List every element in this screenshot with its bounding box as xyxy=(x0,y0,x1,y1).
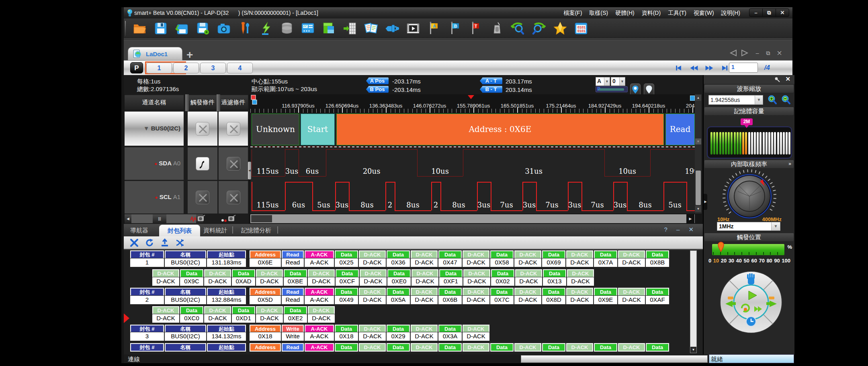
packet-header-row[interactable]: D-ACKDataD-ACKDataD-ACKDataD-ACK xyxy=(152,306,336,315)
packet-cell[interactable]: A-ACK xyxy=(305,343,334,352)
packet-cell[interactable]: Data xyxy=(438,343,462,352)
tools-icon[interactable] xyxy=(129,238,139,248)
packet-cell[interactable]: BUS0(I2C) xyxy=(165,332,206,341)
packet-cell[interactable]: 0X5D xyxy=(250,296,281,304)
packet-cell[interactable]: Data xyxy=(490,250,514,259)
packet-cell[interactable]: 名稱 xyxy=(165,343,206,352)
packet-cell[interactable]: 0X69 xyxy=(542,258,565,267)
packet-cell[interactable]: 封包 # xyxy=(130,288,164,296)
sample-rate-select[interactable]: 1MHz▼ xyxy=(717,222,780,231)
packet-cell[interactable]: D-ACK xyxy=(204,269,231,278)
packet-cell[interactable]: 0X13 xyxy=(543,277,566,286)
packet-header-row[interactable]: 封包 #名稱起始點AddressWriteA-ACKDataD-ACKDataD… xyxy=(130,325,490,333)
packet-cell[interactable]: D-ACK xyxy=(204,314,231,323)
packet-cell[interactable]: 起始點 xyxy=(207,288,246,296)
packet-cell[interactable]: D-ACK xyxy=(359,343,386,352)
channel-col-0[interactable]: 通道名稱 xyxy=(125,95,184,110)
packet-table[interactable]: ▼ 封包 #名稱起始點AddressReadA-ACKDataD-ACKData… xyxy=(124,250,703,354)
packet-cell[interactable]: Data xyxy=(387,288,410,296)
trigger-pin-icon[interactable] xyxy=(717,242,725,252)
packet-cell[interactable]: 封包 # xyxy=(130,325,164,333)
packet-cell[interactable]: D-ACK xyxy=(463,288,489,296)
packet-cell[interactable]: Data xyxy=(438,325,462,333)
packet-cell[interactable]: D-ACK xyxy=(308,269,335,278)
zoom-in-icon[interactable] xyxy=(767,95,778,105)
export-icon[interactable] xyxy=(160,238,170,248)
camera-icon[interactable] xyxy=(217,21,231,36)
menu-item-0[interactable]: 檔案(F) xyxy=(564,10,582,17)
packet-cell[interactable]: A-ACK xyxy=(305,250,334,259)
packet-cell[interactable]: D-ACK xyxy=(411,269,438,278)
packet-cell[interactable]: D-ACK xyxy=(566,258,593,267)
doc-window-controls[interactable]: – ⧉ ✕ xyxy=(756,50,784,57)
packet-cell[interactable]: D-ACK xyxy=(618,258,645,267)
packet-cell[interactable]: D-ACK xyxy=(308,306,335,315)
packet-cell[interactable]: D-ACK xyxy=(618,296,645,304)
packet-cell[interactable]: D-ACK xyxy=(566,296,593,304)
packet-cell[interactable]: D-ACK xyxy=(567,269,594,278)
packet-cell[interactable]: D-ACK xyxy=(463,296,489,304)
packet-cell[interactable]: D-ACK xyxy=(463,258,489,267)
flag-t-icon[interactable]: T xyxy=(469,21,483,36)
packet-cell[interactable]: Data xyxy=(335,288,358,296)
tools-icon[interactable] xyxy=(238,21,252,36)
packet-cell[interactable]: 0X25 xyxy=(335,258,358,267)
packet-cell[interactable]: D-ACK xyxy=(463,269,490,278)
packet-cell[interactable]: 0X8D xyxy=(542,296,565,304)
waveform-area[interactable]: 116.937905us126.650694us136.363483us146.… xyxy=(250,94,695,214)
packet-cell[interactable]: 起始點 xyxy=(207,325,246,333)
packet-cell[interactable]: Data xyxy=(438,250,462,259)
packet-cell[interactable]: Data xyxy=(542,343,565,352)
restore-button[interactable]: ⧉ xyxy=(763,9,776,16)
packet-cell[interactable]: D-ACK xyxy=(514,343,541,352)
packet-cell[interactable]: Data xyxy=(646,343,669,352)
page-button-3[interactable]: 3 xyxy=(200,63,226,73)
expand-icon[interactable]: » xyxy=(788,161,791,167)
packet-cell[interactable]: 名稱 xyxy=(165,288,206,296)
minimize-button[interactable]: – xyxy=(749,9,763,16)
packet-cell[interactable]: D-ACK xyxy=(515,269,542,278)
packet-cell[interactable]: Data xyxy=(646,288,669,296)
channel-row-SDA-col2[interactable] xyxy=(219,147,248,180)
channel-row-SCL-col2[interactable] xyxy=(219,181,248,214)
packet-cell[interactable]: Data xyxy=(594,250,617,259)
packet-cell[interactable]: A-ACK xyxy=(305,296,334,304)
packet-cell[interactable]: 0X18 xyxy=(335,332,358,341)
packet-cell[interactable]: D-ACK xyxy=(463,332,489,341)
channel-col-1[interactable]: 觸發條件 xyxy=(188,95,217,110)
packet-cell[interactable]: D-ACK xyxy=(256,306,283,315)
packet-value-row[interactable]: D-ACK0XC0D-ACK0XD1D-ACK0XE2D-ACK xyxy=(152,314,336,323)
packet-cell[interactable]: Read xyxy=(282,343,304,352)
scl-waveform[interactable]: 115us6us5us3us8us28us28us3us7us3us7us3us… xyxy=(250,180,695,214)
packet-cell[interactable]: D-ACK xyxy=(463,325,489,333)
packet-cell[interactable]: 0XAD xyxy=(232,277,255,286)
packet-cell[interactable]: D-ACK xyxy=(566,288,593,296)
packet-cell[interactable]: 封包 # xyxy=(130,343,164,352)
packet-cell[interactable]: D-ACK xyxy=(411,332,438,341)
tab-3[interactable]: 記憶體分析 xyxy=(241,227,271,234)
menu-item-2[interactable]: 硬體(H) xyxy=(615,10,634,17)
a-t-badge[interactable]: A - T xyxy=(480,77,502,84)
packet-cell[interactable]: D-ACK xyxy=(515,277,542,286)
packet-cell[interactable]: D-ACK xyxy=(152,277,179,286)
tab-2[interactable]: 資料統計 xyxy=(203,227,227,234)
tab-prev-icon[interactable] xyxy=(729,49,738,57)
packet-cell[interactable]: 封包 # xyxy=(130,250,164,259)
packet-cell[interactable]: D-ACK xyxy=(411,288,438,296)
packet-cell[interactable]: A-ACK xyxy=(305,288,334,296)
page-select[interactable]: 0▼ xyxy=(611,77,625,86)
camera-icon[interactable] xyxy=(220,215,236,223)
a-pos-badge[interactable]: A Pos xyxy=(366,77,389,84)
packet-cell[interactable]: 0X9C xyxy=(180,277,203,286)
packet-cell[interactable]: Read xyxy=(282,296,304,304)
packet-cell[interactable]: 0X49 xyxy=(335,296,358,304)
menu-item-4[interactable]: 工具(T) xyxy=(668,10,686,17)
tab-0[interactable]: 導航器 xyxy=(130,227,148,234)
packet-cell[interactable]: D-ACK xyxy=(618,343,645,352)
packet-cell[interactable]: Data xyxy=(336,269,359,278)
p-button[interactable]: P xyxy=(130,62,143,73)
packet-cell[interactable]: 0XBE xyxy=(284,277,307,286)
packet-cell[interactable]: D-ACK xyxy=(618,288,645,296)
packet-header-row[interactable]: D-ACKDataD-ACKDataD-ACKDataD-ACKDataD-AC… xyxy=(152,269,595,278)
save-reload-icon[interactable] xyxy=(175,21,189,36)
